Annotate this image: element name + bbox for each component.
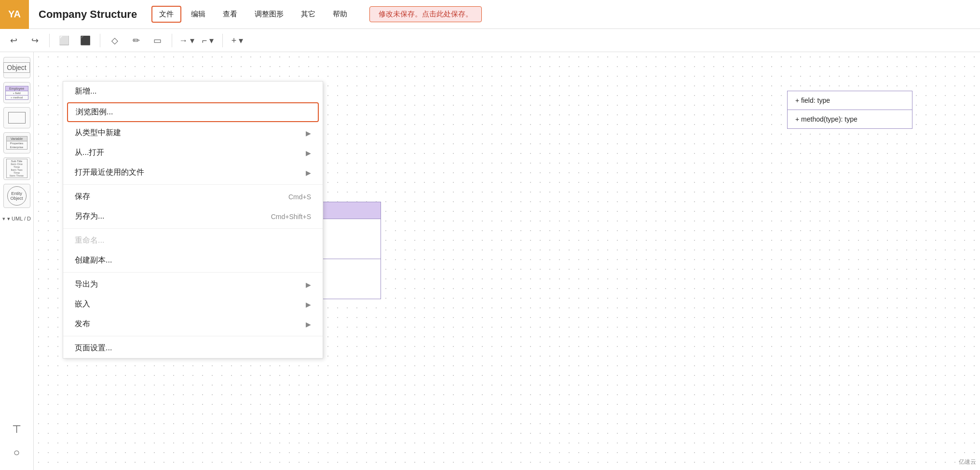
dd-item-export[interactable]: 导出为 ▶: [63, 275, 323, 294]
dd-label-rename: 重命名...: [75, 235, 104, 246]
dd-item-publish[interactable]: 发布 ▶: [63, 314, 323, 334]
dd-sep-1: [63, 184, 323, 185]
main-area: Object Employee + field + method Variabl…: [0, 52, 980, 470]
dd-label-embed: 嵌入: [75, 299, 90, 309]
dd-label-publish: 发布: [75, 319, 90, 329]
object-icon: Object: [3, 62, 29, 73]
dd-item-rename: 重命名...: [63, 231, 323, 250]
dd-label-page-setup: 页面设置...: [75, 343, 112, 353]
sidebar-left: Object Employee + field + method Variabl…: [0, 52, 34, 470]
toolbar-sep4: [222, 34, 223, 47]
sidebar-bottom-icon-1[interactable]: ⊤: [9, 422, 25, 437]
dd-sep-3: [63, 272, 323, 273]
dd-label-open-from: 从...打开: [75, 148, 104, 158]
dd-item-new-from-type[interactable]: 从类型中新建 ▶: [63, 123, 323, 143]
dd-label-duplicate: 创建副本...: [75, 255, 112, 265]
toolbar-sep1: [49, 34, 50, 47]
menu-edit[interactable]: 编辑: [183, 6, 213, 23]
dd-arrow-1: ▶: [306, 129, 311, 137]
sidebar-bottom-icon-2[interactable]: ○: [9, 445, 25, 460]
menu-help[interactable]: 帮助: [325, 6, 355, 23]
canvas[interactable]: me(n): String e(n): String e(n): String …: [34, 52, 980, 470]
menu-file[interactable]: 文件: [151, 6, 181, 23]
dd-arrow-2: ▶: [306, 149, 311, 157]
dd-item-page-setup[interactable]: 页面设置...: [63, 338, 323, 358]
dd-label-recent: 打开最近使用的文件: [75, 167, 144, 178]
toolbar-add[interactable]: + ▾: [229, 32, 246, 49]
dd-arrow-3: ▶: [306, 169, 311, 177]
sidebar-section-arrow: ▾: [2, 216, 5, 222]
toolbar-sep2: [100, 34, 100, 47]
uml-interface-box: + field: type + method(type): type: [787, 91, 912, 129]
topbar: YA Company Structure 文件 编辑 查看 调整图形 其它 帮助…: [0, 0, 980, 29]
dd-sep-2: [63, 228, 323, 229]
toolbar-arrow[interactable]: → ▾: [178, 32, 195, 49]
menu-other[interactable]: 其它: [293, 6, 323, 23]
dd-label-save: 保存: [75, 192, 90, 202]
interface-fields: + field: type: [788, 91, 912, 110]
sidebar-section-text: ▾ UML / D: [7, 216, 31, 222]
toolbar-connector[interactable]: ⌐ ▾: [199, 32, 217, 49]
menu-adjust[interactable]: 调整图形: [247, 6, 291, 23]
sidebar-item-employee-thumb[interactable]: Employee + field + method: [3, 82, 30, 103]
dd-label-new: 新增...: [75, 86, 96, 97]
toolbar-fill[interactable]: ◇: [106, 32, 123, 49]
dd-sep-4: [63, 336, 323, 336]
save-notice[interactable]: 修改未保存。点击此处保存。: [369, 6, 482, 22]
dd-label-new-from-type: 从类型中新建: [75, 128, 121, 138]
toolbar-sep3: [172, 34, 172, 47]
dd-shortcut-save: Cmd+S: [288, 193, 311, 201]
dd-item-open-from[interactable]: 从...打开 ▶: [63, 143, 323, 163]
sidebar-item-entity-object[interactable]: Entity Object: [3, 184, 30, 208]
toolbar-redo[interactable]: ↪: [26, 32, 43, 49]
watermark: 亿速云: [959, 458, 976, 466]
toolbar-group2[interactable]: ⬛: [77, 32, 94, 49]
dd-item-recent[interactable]: 打开最近使用的文件 ▶: [63, 163, 323, 182]
toolbar: ↩ ↪ ⬜ ⬛ ◇ ✏ ▭ → ▾ ⌐ ▾ + ▾: [0, 29, 980, 52]
menu-view[interactable]: 查看: [215, 6, 245, 23]
toolbar-undo[interactable]: ↩: [5, 32, 22, 49]
toolbar-rect[interactable]: ▭: [149, 32, 166, 49]
file-dropdown-menu: 新增... 浏览图例... 从类型中新建 ▶ 从...打开 ▶ 打开最近使用的文…: [63, 81, 323, 359]
sidebar-item-complex[interactable]: Sub TitleItem One TimeItem Two TimeItem …: [3, 157, 30, 180]
app-title: Company Structure: [29, 8, 147, 21]
dd-arrow-4: ▶: [306, 281, 311, 289]
sidebar-item-rect[interactable]: [3, 107, 30, 128]
dd-shortcut-save-as: Cmd+Shift+S: [271, 213, 311, 221]
toolbar-group1[interactable]: ⬜: [55, 32, 73, 49]
dd-item-browse[interactable]: 浏览图例...: [67, 102, 319, 122]
dd-item-embed[interactable]: 嵌入 ▶: [63, 294, 323, 314]
sidebar-item-object[interactable]: Object: [3, 57, 30, 78]
dd-item-duplicate[interactable]: 创建副本...: [63, 250, 323, 270]
dd-item-save[interactable]: 保存 Cmd+S: [63, 187, 323, 207]
interface-field-1: + field: type: [795, 95, 904, 106]
interface-methods: + method(type): type: [788, 110, 912, 128]
sidebar-item-table[interactable]: Variable Properties Enterprise: [3, 132, 30, 153]
dd-arrow-6: ▶: [306, 320, 311, 328]
dd-item-save-as[interactable]: 另存为... Cmd+Shift+S: [63, 207, 323, 226]
dd-arrow-5: ▶: [306, 301, 311, 308]
toolbar-stroke[interactable]: ✏: [127, 32, 145, 49]
dd-label-browse: 浏览图例...: [76, 107, 113, 117]
dd-item-new[interactable]: 新增...: [63, 82, 323, 101]
interface-method-1: + method(type): type: [795, 114, 904, 124]
sidebar-section-label[interactable]: ▾ ▾ UML / D: [0, 212, 34, 224]
menubar: 文件 编辑 查看 调整图形 其它 帮助: [147, 6, 360, 23]
dd-label-save-as: 另存为...: [75, 211, 104, 221]
dd-label-export: 导出为: [75, 279, 98, 290]
app-logo: YA: [0, 0, 29, 29]
